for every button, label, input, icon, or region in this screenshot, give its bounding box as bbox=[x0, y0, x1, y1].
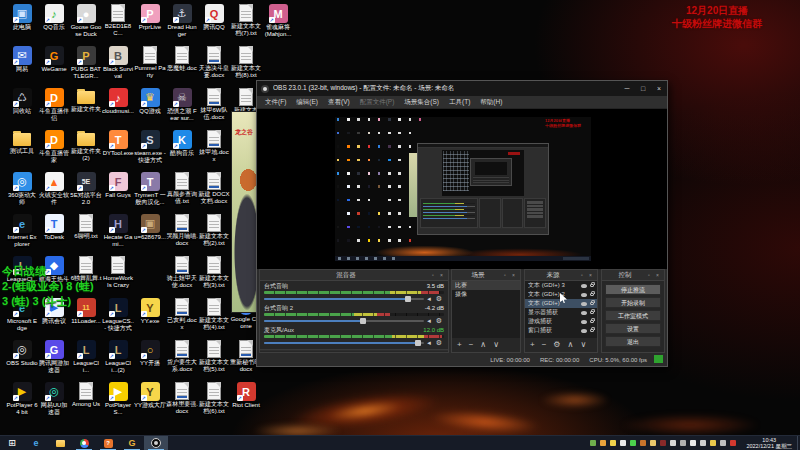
control-button[interactable]: 停止推流 bbox=[605, 284, 661, 295]
tray-icon[interactable] bbox=[650, 440, 656, 446]
control-button[interactable]: 设置 bbox=[605, 323, 661, 334]
dock-float-icon[interactable]: ▫ bbox=[648, 272, 656, 278]
desktop-icon[interactable]: ◎↗OBS Studio bbox=[6, 340, 38, 367]
desktop-icon[interactable]: e↗Internet Explorer bbox=[6, 214, 38, 248]
desktop-icon[interactable]: ♺↗回收站 bbox=[6, 88, 38, 115]
desktop-icon[interactable]: 森林里要强.docx bbox=[166, 382, 198, 415]
volume-slider[interactable] bbox=[264, 298, 424, 300]
visibility-eye-icon[interactable] bbox=[581, 302, 587, 306]
dock-float-icon[interactable]: ▫ bbox=[432, 272, 440, 278]
menu-5[interactable]: 场景集合(S) bbox=[399, 98, 444, 107]
maximize-button[interactable]: □ bbox=[635, 81, 651, 96]
desktop-icon[interactable]: 天选决斗皇宴.docx bbox=[198, 46, 230, 79]
volume-slider[interactable] bbox=[264, 320, 424, 322]
desktop-icon[interactable]: S↗steam.exe - 快捷方式 bbox=[134, 130, 166, 164]
menu-4[interactable]: 配置文件(P) bbox=[355, 98, 400, 107]
desktop-icon[interactable]: Y↗YY.exe bbox=[134, 298, 166, 325]
taskbar-ie[interactable]: e bbox=[24, 436, 48, 450]
desktop-icon[interactable]: ▶↗PotPlayer 64 bit bbox=[6, 382, 38, 416]
dock-close-icon[interactable]: × bbox=[440, 272, 448, 278]
desktop-icon[interactable]: B2ED1E8C... bbox=[102, 4, 134, 37]
desktop-icon[interactable]: ♛↗QQ游戏 bbox=[134, 88, 166, 115]
dock-close-icon[interactable]: × bbox=[589, 272, 597, 278]
sources-toolbar-button[interactable]: ∨ bbox=[580, 340, 586, 349]
visibility-eye-icon[interactable] bbox=[581, 293, 587, 297]
desktop-icon[interactable]: T↗ToDesk bbox=[38, 214, 70, 241]
desktop-icon[interactable]: D↗斗鱼直播管家 bbox=[38, 130, 70, 164]
lock-icon[interactable] bbox=[590, 293, 594, 296]
taskbar-explorer[interactable] bbox=[48, 436, 72, 450]
tray-icon[interactable] bbox=[600, 440, 606, 446]
scenes-toolbar-button[interactable]: ∧ bbox=[480, 340, 486, 349]
dock-close-icon[interactable]: × bbox=[512, 272, 520, 278]
gear-icon[interactable]: ⚙ bbox=[434, 317, 444, 325]
desktop-icon[interactable]: L↗LeagueCS.. - 快捷方式 bbox=[102, 298, 134, 332]
tray-icon[interactable] bbox=[590, 440, 596, 446]
desktop-icon[interactable]: ◎↗网易UU加速器 bbox=[38, 382, 70, 416]
desktop-icon[interactable]: 新建文本文档(5).txt bbox=[198, 340, 230, 373]
visibility-eye-icon[interactable] bbox=[581, 284, 587, 288]
desktop-icon[interactable]: T↗TrymenT 一般向汉化... bbox=[134, 172, 166, 206]
desktop-icon[interactable]: Y↗YY游戏大厅 bbox=[134, 382, 166, 409]
desktop-icon[interactable]: 新建文件夹(2) bbox=[70, 130, 102, 162]
desktop-icon[interactable]: L↗LeagueCli... bbox=[70, 340, 102, 374]
tray-icon[interactable] bbox=[710, 440, 716, 446]
start-button[interactable]: ⊞ bbox=[0, 436, 24, 450]
gear-icon[interactable]: ⚙ bbox=[434, 295, 444, 303]
source-item[interactable]: 窗口捕获 bbox=[525, 326, 597, 335]
lock-icon[interactable] bbox=[590, 311, 594, 314]
desktop-icon[interactable]: ◎↗360驱动大师 bbox=[6, 172, 38, 206]
desktop-icon[interactable]: 新建文本文档(3).txt bbox=[198, 256, 230, 289]
tray-icon[interactable] bbox=[660, 440, 666, 446]
menu-2[interactable]: 编辑(E) bbox=[291, 98, 323, 107]
desktop-icon[interactable]: M↗雀魂麻将 (Mahjon... bbox=[262, 4, 294, 38]
desktop-icon[interactable]: 新建文本文档(2).txt bbox=[198, 214, 230, 247]
desktop-icon[interactable]: G↗腾讯网游加速器 bbox=[38, 340, 70, 374]
tray-icon[interactable] bbox=[690, 440, 696, 446]
desktop-icon[interactable]: P↗PUBG BATTLEGR... bbox=[70, 46, 102, 80]
desktop-icon[interactable]: T↗DYTool.exe bbox=[102, 130, 134, 157]
scene-item[interactable]: 摄像 bbox=[452, 290, 520, 299]
desktop-icon[interactable]: ▶↗PotPlayerS... bbox=[102, 382, 134, 416]
scenes-toolbar-button[interactable]: ∨ bbox=[493, 340, 499, 349]
desktop-icon[interactable]: K↗酷狗音乐 bbox=[166, 130, 198, 157]
desktop-icon[interactable]: ♪↗QQ音乐 bbox=[38, 4, 70, 31]
desktop-icon[interactable]: 妹甲地.docx bbox=[198, 130, 230, 163]
desktop-icon[interactable]: 5E↗5E对战平台2.0 bbox=[70, 172, 102, 206]
speaker-icon[interactable]: ◄ bbox=[424, 296, 434, 302]
volume-slider-handle[interactable] bbox=[360, 318, 366, 324]
volume-slider-handle[interactable] bbox=[415, 340, 421, 346]
tray-icon[interactable] bbox=[700, 440, 706, 446]
tray-icon[interactable] bbox=[610, 440, 616, 446]
desktop-icon[interactable]: 己亥判.docx bbox=[166, 298, 198, 331]
tray-icon[interactable] bbox=[680, 440, 686, 446]
desktop-icon[interactable]: 新建文本文档(6).txt bbox=[198, 382, 230, 415]
desktop-icon[interactable]: 6聊明.txt bbox=[70, 214, 102, 240]
desktop-icon[interactable]: ⚓↗Dread Hunger bbox=[166, 4, 198, 38]
desktop-icon[interactable]: G↗WeGame bbox=[38, 46, 70, 73]
tray-icon[interactable] bbox=[730, 440, 736, 446]
menu-6[interactable]: 工具(T) bbox=[444, 98, 475, 107]
desktop-icon[interactable]: ●↗Goose Goose Duck bbox=[70, 4, 102, 38]
desktop-icon[interactable]: L↗LeagueCli...(2) bbox=[102, 340, 134, 374]
taskbar-obs[interactable] bbox=[144, 436, 168, 450]
lock-icon[interactable] bbox=[590, 284, 594, 287]
scenes-toolbar-button[interactable]: + bbox=[457, 340, 462, 349]
sources-toolbar-button[interactable]: ∧ bbox=[568, 340, 574, 349]
lock-icon[interactable] bbox=[590, 329, 594, 332]
volume-slider-handle[interactable] bbox=[405, 296, 411, 302]
tray-icon[interactable] bbox=[640, 440, 646, 446]
desktop-icon[interactable]: 骑士姐甲天使.docx bbox=[166, 256, 198, 289]
control-button[interactable]: 工作室模式 bbox=[605, 310, 661, 321]
close-button[interactable]: × bbox=[651, 81, 667, 96]
desktop-icon[interactable]: Pummel Party bbox=[134, 46, 166, 79]
visibility-eye-icon[interactable] bbox=[581, 320, 587, 324]
tray-icon[interactable] bbox=[670, 440, 676, 446]
menu-7[interactable]: 帮助(H) bbox=[475, 98, 507, 107]
taskbar-chrome[interactable] bbox=[72, 436, 96, 450]
desktop-icon[interactable]: ✉↗网易 bbox=[6, 46, 38, 73]
dock-close-icon[interactable]: × bbox=[656, 272, 664, 278]
control-button[interactable]: 开始录制 bbox=[605, 297, 661, 308]
desktop-icon[interactable]: HomeWork Is Crazy bbox=[102, 256, 134, 289]
desktop-icon[interactable]: 测试工具 bbox=[6, 130, 38, 155]
